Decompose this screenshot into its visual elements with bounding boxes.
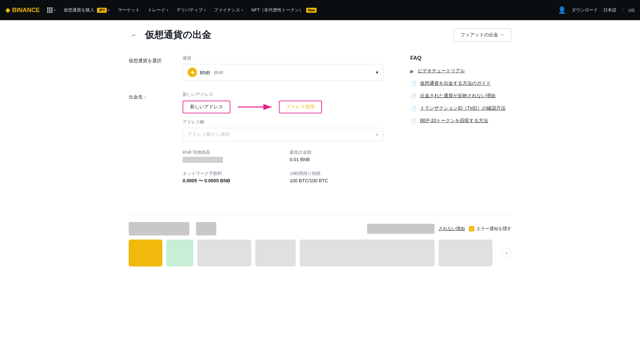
address-book-section: アドレス帳 アドレス帳から選択 ▾	[183, 119, 383, 141]
document-icon-4: 📄	[410, 118, 417, 124]
binance-diamond-icon: ◆	[5, 6, 10, 14]
bnb-symbol: ◆	[191, 70, 194, 75]
currency-select-left: ◆ BNB BNB	[188, 68, 223, 77]
document-icon-2: 📄	[410, 93, 417, 99]
fiat-withdrawal-button[interactable]: フィアットの出金 →	[453, 28, 511, 42]
nav-markets-label: マーケット	[118, 7, 140, 13]
nav-trade-label: トレード	[148, 7, 165, 13]
network-fee-item: ネットワーク手数料 0.0005 〜 0.0005 BNB	[183, 171, 276, 184]
carousel-next-button[interactable]: ›	[502, 248, 511, 258]
address-book-dropdown-arrow: ▾	[376, 132, 378, 137]
address-book-placeholder: アドレス帳から選択	[188, 132, 230, 138]
limit-value: 100 BTC/100 BTC	[290, 178, 383, 183]
info-grid: BNB 現物残高 最低出金額 0.01 BNB ネットワーク手数料 0.0005…	[183, 149, 383, 184]
faq-link-2[interactable]: 出金された通貨が反映されない理由	[420, 93, 495, 99]
chevron-down-icon: ▾	[54, 8, 56, 12]
faq-link-1[interactable]: 仮想通貨を出金する方法のガイド	[420, 80, 491, 86]
blurred-block-1	[129, 222, 189, 235]
logo-text: BINANCE	[12, 7, 40, 14]
currency-code: BNB	[214, 70, 223, 75]
bottom-section: されない理由 ✓ エラー通知を隠す	[129, 215, 511, 235]
faq-item-3[interactable]: 📄 トランザクションID（TxID）の確認方法	[410, 105, 511, 112]
page-container: ← 仮想通貨の出金 フィアットの出金 → 仮想通貨を選択 通貨 ◆	[118, 20, 522, 275]
blurred-block-2	[196, 222, 216, 235]
nav-divider: |	[622, 7, 623, 13]
error-hide-checkbox[interactable]: ✓	[469, 226, 474, 231]
new-address-tab[interactable]: 新しいアドレス	[183, 101, 230, 113]
faq-item-0[interactable]: ▶ ビデオチュートリアル	[410, 68, 511, 74]
faq-link-4[interactable]: BEP-20トークンを回収する方法	[420, 118, 488, 124]
nav-download[interactable]: ダウンロード	[572, 7, 598, 13]
nav-buy-crypto[interactable]: 仮想通貨を購入 JPY ▾	[60, 0, 113, 20]
bottom-right-section: されない理由 ✓ エラー通知を隠す	[367, 224, 511, 234]
thumbnail-gray-1	[197, 240, 251, 266]
navbar-right: 👤 ダウンロード 日本語 | US	[558, 6, 635, 14]
navbar: ◆ BINANCE ▾ 仮想通貨を購入 JPY ▾ マーケット トレード ▾ デ…	[0, 0, 640, 20]
nav-nft[interactable]: NFT（非代替性トークン） New	[248, 0, 320, 20]
back-arrow-icon: ←	[131, 32, 137, 39]
chevron-down-icon: ▾	[167, 8, 168, 12]
nav-finance[interactable]: ファイナンス ▾	[211, 0, 247, 20]
left-section: 仮想通貨を選択 通貨 ◆ BNB BNB ▾	[129, 55, 383, 195]
nav-derivatives-label: デリバティブ	[177, 7, 203, 13]
error-toggle-label: エラー通知を隠す	[476, 226, 511, 232]
page-header: ← 仮想通貨の出金 フィアットの出金 →	[129, 28, 511, 42]
bnb-icon: ◆	[188, 68, 197, 77]
limit-item: 24時間残り制限 100 BTC/100 BTC	[290, 171, 383, 184]
min-withdrawal-item: 最低出金額 0.01 BNB	[290, 149, 383, 164]
address-book-dropdown[interactable]: アドレス帳から選択 ▾	[183, 128, 383, 141]
nav-trade[interactable]: トレード ▾	[145, 0, 172, 20]
thumbnail-yellow	[129, 240, 162, 266]
currency-field-label: 通貨	[183, 55, 383, 61]
address-destination-label: 新しいアドレス	[183, 92, 383, 98]
balance-item: BNB 現物残高	[183, 149, 276, 164]
chevron-down-icon: ▾	[108, 8, 110, 12]
currency-section-label: 仮想通貨を選択	[129, 55, 169, 81]
nav-markets[interactable]: マーケット	[115, 0, 143, 20]
network-fee-value: 0.0005 〜 0.0005 BNB	[183, 178, 276, 184]
min-withdrawal-value: 0.01 BNB	[290, 157, 383, 162]
dropdown-arrow-icon: ▾	[376, 70, 378, 75]
user-avatar-button[interactable]: 👤	[558, 6, 566, 14]
download-label: ダウンロード	[572, 7, 598, 12]
thumbnail-gray-3	[300, 240, 435, 266]
fiat-button-label: フィアットの出金 →	[460, 32, 504, 38]
play-circle-icon: ▶	[410, 68, 414, 74]
apps-grid-button[interactable]: ▾	[44, 0, 59, 20]
thumbnail-green	[166, 240, 193, 266]
limit-label: 24時間残り制限	[290, 171, 383, 177]
new-address-tab-label: 新しいアドレス	[190, 104, 223, 109]
document-icon-1: 📄	[410, 81, 417, 87]
language-label: 日本語	[603, 7, 616, 12]
faq-item-2[interactable]: 📄 出金された通貨が反映されない理由	[410, 93, 511, 99]
blurred-block-3	[367, 224, 435, 234]
nav-buy-crypto-label: 仮想通貨を購入	[64, 7, 94, 13]
logo[interactable]: ◆ BINANCE	[5, 6, 40, 14]
address-manage-tab[interactable]: アドレス管理	[279, 101, 322, 113]
nav-derivatives[interactable]: デリバティブ ▾	[173, 0, 209, 20]
nav-nft-label: NFT（非代替性トークン）	[251, 7, 303, 13]
thumbnails-row: ›	[129, 240, 511, 266]
address-section-label: 出金先：	[129, 92, 169, 184]
nav-region[interactable]: US	[629, 8, 635, 13]
faq-link-0[interactable]: ビデオチュートリアル	[418, 68, 465, 74]
error-notice-link[interactable]: されない理由	[439, 226, 465, 232]
currency-select-dropdown[interactable]: ◆ BNB BNB ▾	[183, 64, 383, 81]
nav-finance-label: ファイナンス	[214, 7, 240, 13]
faq-item-1[interactable]: 📄 仮想通貨を出金する方法のガイド	[410, 80, 511, 87]
jpy-badge: JPY	[97, 8, 107, 13]
back-button[interactable]: ←	[129, 30, 139, 40]
nav-language[interactable]: 日本語	[603, 7, 616, 13]
currency-row: 仮想通貨を選択 通貨 ◆ BNB BNB ▾	[129, 55, 383, 81]
currency-field: 通貨 ◆ BNB BNB ▾	[183, 55, 383, 81]
address-book-label: アドレス帳	[183, 119, 383, 125]
network-fee-label: ネットワーク手数料	[183, 171, 276, 177]
faq-item-4[interactable]: 📄 BEP-20トークンを回収する方法	[410, 118, 511, 124]
thumbnail-gray-4	[439, 240, 492, 266]
annotation-arrow	[234, 100, 275, 114]
error-hide-toggle[interactable]: ✓ エラー通知を隠す	[469, 226, 511, 232]
faq-link-3[interactable]: トランザクションID（TxID）の確認方法	[420, 105, 506, 111]
document-icon-3: 📄	[410, 106, 417, 112]
content-area: 仮想通貨を選択 通貨 ◆ BNB BNB ▾	[129, 55, 511, 195]
currency-name: BNB	[200, 70, 210, 75]
